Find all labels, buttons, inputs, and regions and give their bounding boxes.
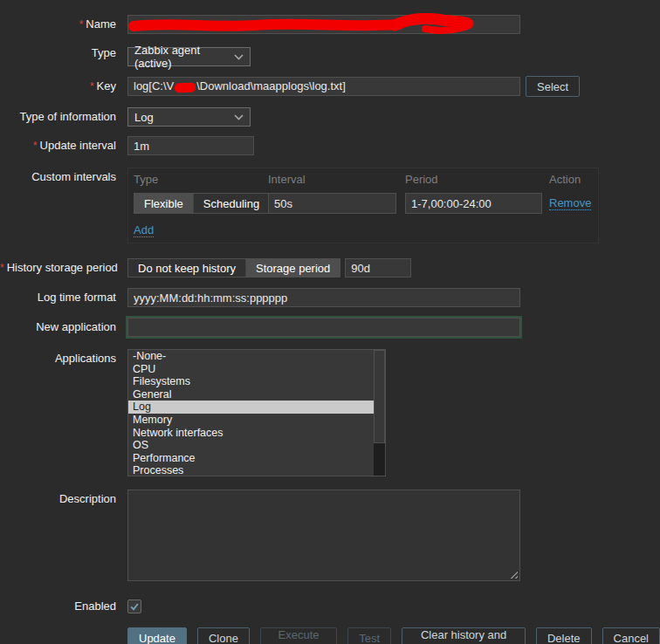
row-description: Description [0,490,660,581]
custom-intervals-panel: Type Interval Period Action Flexible Sch… [127,168,599,243]
col-header-type: Type [134,173,268,186]
period-input[interactable] [405,193,542,214]
log-time-format-label: Log time format [0,288,116,307]
row-history-storage-period: *History storage period Do not keep hist… [0,258,660,277]
history-storage-period-label: *History storage period [0,258,116,277]
enabled-label: Enabled [0,597,116,616]
required-asterisk: * [33,140,38,152]
type-of-information-label: Type of information [0,107,116,127]
cancel-button[interactable]: Cancel [602,627,660,644]
row-update-interval: *Update interval [0,136,660,155]
required-asterisk: * [0,262,4,274]
key-input[interactable]: log[C:\V \Download\maapplogs\log.txt] [127,77,520,96]
type-of-information-select[interactable]: Log [127,107,251,127]
row-type: Type Zabbix agent (active) [0,44,660,66]
do-not-keep-history-button[interactable]: Do not keep history [128,259,245,277]
key-value-prefix: log[C:\V [134,78,174,95]
application-option[interactable]: OS [128,439,374,452]
test-button[interactable]: Test [347,627,391,644]
row-type-of-information: Type of information Log [0,107,660,127]
row-name: *Name [0,15,660,34]
update-interval-label: *Update interval [0,136,116,155]
row-footer-buttons: Update Clone Execute now Test Clear hist… [0,627,660,644]
execute-now-button[interactable]: Execute now [260,627,337,644]
col-header-interval: Interval [268,173,405,186]
type-of-information-value: Log [134,111,154,124]
listbox-scrollbar-track[interactable] [374,350,385,476]
application-option[interactable]: CPU [128,363,374,376]
history-period-input[interactable] [345,258,411,277]
type-label: Type [0,44,116,63]
remove-link[interactable]: Remove [549,196,591,210]
row-custom-intervals: Custom intervals Type Interval Period Ac… [0,168,660,243]
applications-listbox: -None- CPU Filesystems General Log Memor… [127,349,386,476]
row-enabled: Enabled [0,597,660,616]
item-edit-form: *Name Type Zabbix agent (active) *Key lo… [0,0,660,644]
custom-interval-row: Flexible Scheduling Remove [134,193,593,214]
row-key: *Key log[C:\V \Download\maapplogs\log.tx… [0,77,660,97]
key-select-button[interactable]: Select [526,76,580,97]
key-label: *Key [0,77,116,96]
checkmark-icon [129,601,140,612]
application-option[interactable]: Memory [128,414,374,427]
application-option[interactable]: -None- [128,350,374,363]
application-option[interactable]: Filesystems [128,375,374,388]
interval-type-flexible-button[interactable]: Flexible [134,194,193,213]
description-label: Description [0,490,116,509]
history-mode-toggle: Do not keep history Storage period [127,258,340,277]
application-option[interactable]: Processes [128,464,374,476]
clear-history-and-trends-button[interactable]: Clear history and trends [402,627,526,644]
applications-label: Applications [0,349,116,368]
delete-button[interactable]: Delete [536,627,592,644]
update-button[interactable]: Update [127,627,187,644]
application-option-selected[interactable]: Log [128,401,374,414]
name-input[interactable] [127,15,520,34]
required-asterisk: * [90,80,94,92]
description-textarea[interactable] [127,490,520,581]
type-select[interactable]: Zabbix agent (active) [127,47,251,66]
row-new-application: New application [0,318,660,337]
custom-intervals-label: Custom intervals [0,168,116,187]
required-asterisk: * [79,18,84,31]
row-log-time-format: Log time format [0,288,660,307]
application-option[interactable]: Performance [128,452,374,465]
redaction-blob [175,82,196,92]
interval-input[interactable] [268,193,396,214]
new-application-label: New application [0,318,116,337]
chevron-down-icon [234,114,244,120]
log-time-format-input[interactable] [127,288,520,307]
application-option[interactable]: Network interfaces [128,427,374,440]
col-header-period: Period [405,173,549,186]
storage-period-button[interactable]: Storage period [245,259,340,277]
listbox-scrollbar-thumb[interactable] [374,350,385,443]
update-interval-input[interactable] [127,136,254,155]
custom-intervals-header: Type Interval Period Action [134,173,593,193]
col-header-action: Action [549,173,593,186]
row-applications: Applications -None- CPU Filesystems Gene… [0,349,660,476]
enabled-checkbox[interactable] [127,599,141,613]
clone-button[interactable]: Clone [197,627,250,644]
chevron-down-icon [234,54,244,60]
type-select-value: Zabbix agent (active) [134,44,234,70]
interval-type-scheduling-button[interactable]: Scheduling [193,194,269,213]
key-value-suffix: \Download\maapplogs\log.txt] [196,78,346,95]
add-link[interactable]: Add [134,223,154,237]
new-application-input[interactable] [127,318,520,337]
interval-type-toggle: Flexible Scheduling [134,193,270,214]
name-label: *Name [0,15,116,34]
application-option[interactable]: General [128,388,374,401]
